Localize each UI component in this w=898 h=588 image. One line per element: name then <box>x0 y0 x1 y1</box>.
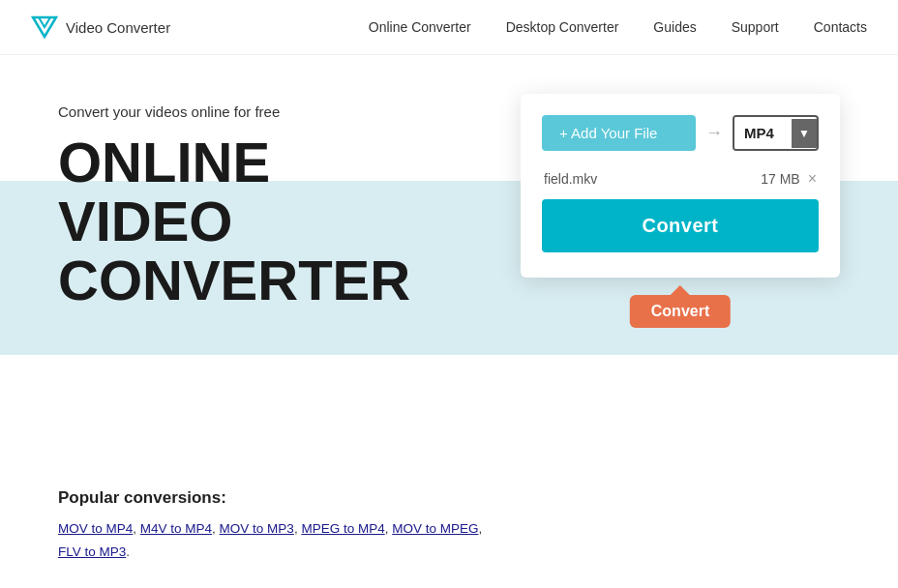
logo-text: Video Converter <box>66 19 170 36</box>
converter-top-row: + Add Your File → MP4 MOV AVI MP3 MKV MP… <box>542 115 819 151</box>
file-name: field.mkv <box>544 171 597 187</box>
file-info-row: field.mkv 17 MB × <box>542 164 819 199</box>
hero-content: Convert your videos online for free ONLI… <box>58 94 840 310</box>
file-size: 17 MB <box>761 171 799 187</box>
file-remove-button[interactable]: × <box>808 170 817 188</box>
convert-main-button[interactable]: Convert <box>542 199 819 252</box>
converter-card: + Add Your File → MP4 MOV AVI MP3 MKV MP… <box>521 94 840 278</box>
popular-links: MOV to MP4, M4V to MP4, MOV to MP3, MPEG… <box>58 517 840 565</box>
hero-title-line2: VIDEO <box>58 190 233 252</box>
popular-link-5[interactable]: MOV to MPEG <box>392 521 478 536</box>
nav-contacts[interactable]: Contacts <box>814 19 867 35</box>
popular-link-3[interactable]: MOV to MP3 <box>220 521 294 536</box>
logo-icon <box>31 14 58 41</box>
hero-title: ONLINE VIDEO CONVERTER <box>58 133 410 310</box>
hero-subtitle: Convert your videos online for free <box>58 103 410 120</box>
hero-section: Convert your videos online for free ONLI… <box>0 55 898 461</box>
nav-support[interactable]: Support <box>732 19 779 35</box>
arrow-right-icon: → <box>705 123 723 143</box>
file-meta: 17 MB × <box>761 170 817 188</box>
tooltip-box[interactable]: Convert <box>630 295 731 328</box>
nav-guides[interactable]: Guides <box>653 19 696 35</box>
popular-section: Popular conversions: MOV to MP4, M4V to … <box>0 461 898 565</box>
format-dropdown-arrow[interactable]: ▼ <box>792 119 817 148</box>
convert-tooltip: Convert <box>630 285 731 328</box>
popular-title: Popular conversions: <box>58 488 840 508</box>
popular-link-6[interactable]: FLV to MP3 <box>58 544 126 559</box>
format-select-wrapper[interactable]: MP4 MOV AVI MP3 MKV MPEG ▼ <box>733 115 819 151</box>
chevron-section: ∨ <box>0 565 898 588</box>
nav-desktop-converter[interactable]: Desktop Converter <box>506 19 619 35</box>
hero-title-line3: CONVERTER <box>58 249 410 311</box>
add-file-button[interactable]: + Add Your File <box>542 115 696 151</box>
logo-area: Video Converter <box>31 14 369 41</box>
tooltip-arrow <box>671 285 690 295</box>
format-select[interactable]: MP4 MOV AVI MP3 MKV MPEG <box>734 117 792 149</box>
main-nav: Online Converter Desktop Converter Guide… <box>369 19 867 35</box>
popular-link-4[interactable]: MPEG to MP4 <box>301 521 384 536</box>
nav-online-converter[interactable]: Online Converter <box>369 19 471 35</box>
popular-link-2[interactable]: M4V to MP4 <box>140 521 212 536</box>
hero-title-line1: ONLINE <box>58 131 270 193</box>
hero-left: Convert your videos online for free ONLI… <box>58 94 410 310</box>
dropdown-icon: ▼ <box>798 127 810 140</box>
popular-link-1[interactable]: MOV to MP4 <box>58 521 133 536</box>
